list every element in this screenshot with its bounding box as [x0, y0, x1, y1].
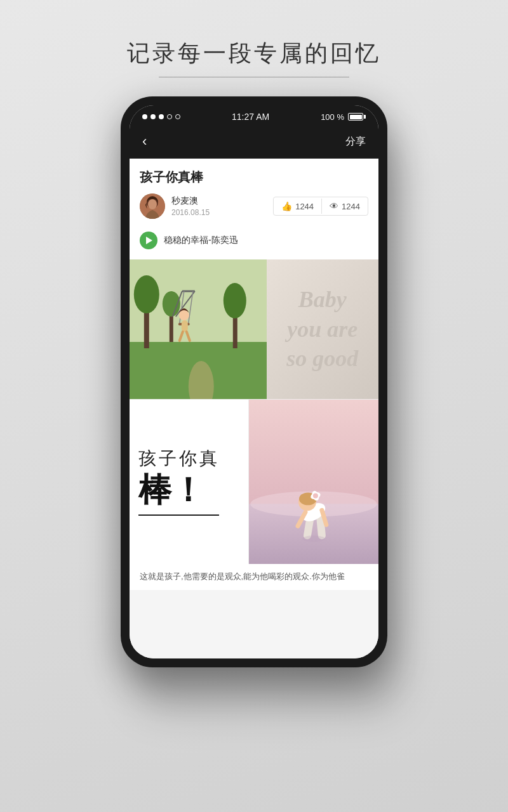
back-button[interactable]: ‹ — [142, 133, 147, 150]
dot-4 — [167, 114, 172, 119]
girl-photo — [249, 400, 378, 564]
text-panel-title: 孩子你真 — [138, 448, 239, 469]
title-divider — [159, 77, 349, 77]
post-meta: 秒麦澳 2016.08.15 👍 1244 👁 1244 — [140, 193, 368, 219]
swing-photo — [130, 259, 267, 399]
post-stats: 👍 1244 👁 1244 — [273, 197, 368, 216]
grid-row-2: 孩子你真 棒！ — [130, 399, 378, 564]
share-button[interactable]: 分享 — [345, 135, 366, 148]
image-grid: Baby you are so good 孩子你真 棒！ — [130, 259, 378, 658]
dot-1 — [142, 114, 147, 119]
svg-point-2 — [148, 199, 157, 209]
view-stat: 👁 1244 — [322, 197, 368, 215]
baby-text: Baby you are so good — [286, 285, 358, 374]
svg-point-35 — [313, 493, 318, 498]
view-icon: 👁 — [330, 201, 338, 211]
battery-icon — [348, 113, 366, 121]
grid-row-1: Baby you are so good — [130, 259, 378, 399]
author-info: 秒麦澳 2016.08.15 — [140, 193, 210, 219]
play-icon — [146, 237, 152, 244]
nav-bar: ‹ 分享 — [130, 127, 378, 159]
svg-rect-19 — [182, 320, 188, 332]
music-title: 稳稳的幸福-陈奕迅 — [164, 235, 238, 246]
svg-point-9 — [224, 283, 246, 318]
dot-3 — [159, 114, 164, 119]
dot-2 — [150, 114, 156, 119]
bottom-description: 这就是孩子,他需要的是观众,能为他喝彩的观众.你为他雀 — [130, 564, 378, 590]
like-stat: 👍 1244 — [274, 197, 321, 215]
dot-5 — [175, 114, 180, 119]
phone-frame: 11:27 AM 100 % ‹ 分享 孩子你真棒 — [121, 96, 387, 667]
like-icon: 👍 — [281, 201, 292, 211]
page-tagline: 记录每一段专属的回忆 — [127, 38, 381, 69]
play-button[interactable] — [140, 232, 157, 249]
author-text: 秒麦澳 2016.08.15 — [171, 195, 210, 217]
svg-point-7 — [134, 275, 159, 313]
view-count: 1244 — [342, 202, 360, 211]
status-time: 11:27 AM — [232, 112, 269, 122]
svg-line-27 — [320, 515, 322, 535]
music-bar: 稳稳的幸福-陈奕迅 — [140, 226, 368, 252]
content-area: 孩子你真棒 — [130, 159, 378, 658]
post-title: 孩子你真棒 — [140, 169, 368, 186]
author-name: 秒麦澳 — [171, 195, 210, 207]
baby-text-panel: Baby you are so good — [267, 259, 378, 399]
battery-percentage: 100 % — [321, 112, 344, 122]
signal-indicator — [142, 114, 180, 119]
svg-point-36 — [302, 535, 325, 542]
post-card: 孩子你真棒 — [130, 159, 378, 259]
avatar — [140, 193, 165, 219]
battery-area: 100 % — [321, 112, 366, 122]
phone-screen: 11:27 AM 100 % ‹ 分享 孩子你真棒 — [130, 105, 378, 658]
text-panel: 孩子你真 棒！ — [130, 400, 249, 564]
post-date: 2016.08.15 — [171, 208, 210, 217]
status-bar: 11:27 AM 100 % — [130, 105, 378, 127]
desc-text: 这就是孩子,他需要的是观众,能为他喝彩的观众.你为他雀 — [140, 570, 368, 584]
text-panel-big: 棒！ — [138, 472, 239, 508]
svg-point-18 — [179, 310, 189, 320]
like-count: 1244 — [295, 202, 314, 211]
text-panel-divider — [138, 514, 219, 516]
